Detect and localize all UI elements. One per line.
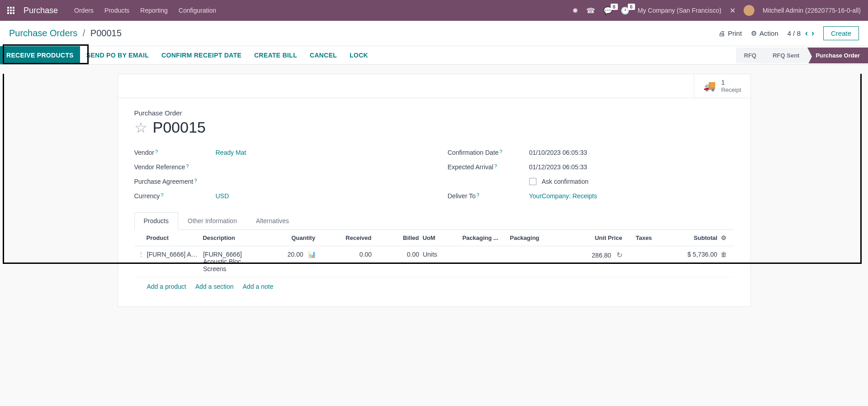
status-pills: RFQ RFQ Sent Purchase Order <box>736 48 868 63</box>
tabs: Products Other Information Alternatives <box>134 212 734 230</box>
add-section-link[interactable]: Add a section <box>195 283 234 290</box>
confirm-date-value: 01/10/2023 06:05:33 <box>529 149 734 156</box>
tab-products[interactable]: Products <box>134 212 178 230</box>
help-icon[interactable]: ? <box>499 149 502 154</box>
vendor-ref-label: Vendor Reference? <box>134 163 216 171</box>
print-icon: 🖨 <box>718 29 725 37</box>
confirm-date-label: Confirmation Date? <box>448 149 529 156</box>
arrival-value[interactable]: 01/12/2023 06:05:33 <box>529 163 734 171</box>
vendor-link[interactable]: Ready Mat <box>216 149 247 156</box>
ask-confirmation-label: Ask confirmation <box>542 178 588 185</box>
user-name[interactable]: Mitchell Admin (22620775-16-0-all) <box>763 7 861 14</box>
cancel-button[interactable]: Cancel <box>304 46 343 64</box>
receipt-button[interactable]: 🚚 1 Receipt <box>694 74 750 98</box>
help-icon[interactable]: ? <box>494 163 497 169</box>
cell-desc[interactable]: [FURN_6666] Acoustic Bloc Screens <box>203 251 264 272</box>
top-navbar: Purchase Orders Products Reporting Confi… <box>0 0 868 21</box>
help-icon[interactable]: ? <box>194 178 197 183</box>
cell-subtotal: $ 5,736.00 <box>665 251 717 258</box>
breadcrumb-sep: / <box>83 28 85 38</box>
breadcrumb-parent[interactable]: Purchase Orders <box>9 28 77 38</box>
help-icon[interactable]: ? <box>155 149 158 154</box>
nav-reporting[interactable]: Reporting <box>140 7 168 14</box>
th-qty: Quantity <box>263 234 315 241</box>
lock-button[interactable]: Lock <box>343 46 375 64</box>
breadcrumb: Purchase Orders / P00015 <box>9 28 122 38</box>
action-bar: Receive Products Send PO by Email Confir… <box>0 46 868 65</box>
favorite-star-icon[interactable]: ☆ <box>134 119 147 136</box>
sheet-top: 🚚 1 Receipt <box>118 74 750 98</box>
ask-confirmation-checkbox[interactable] <box>529 178 536 185</box>
add-note-link[interactable]: Add a note <box>243 283 274 290</box>
gear-icon: ⚙ <box>751 29 757 38</box>
nav-orders[interactable]: Orders <box>74 7 94 14</box>
th-options-icon[interactable]: ⚙ <box>717 234 730 241</box>
confirm-receipt-button[interactable]: Confirm Receipt Date <box>155 46 248 64</box>
navbar-left: Purchase Orders Products Reporting Confi… <box>7 6 216 15</box>
th-desc: Description <box>203 234 263 241</box>
receipt-count: 1 <box>721 79 741 86</box>
create-bill-button[interactable]: Create Bill <box>248 46 304 64</box>
action-button[interactable]: ⚙ Action <box>751 29 778 38</box>
navbar-right: ✹ ☎ 💬8 🕐6 My Company (San Francisco) ✕ M… <box>572 5 861 16</box>
delete-row-icon[interactable]: 🗑 <box>717 251 730 258</box>
status-purchase-order[interactable]: Purchase Order <box>807 48 868 63</box>
tools-icon[interactable]: ✕ <box>730 6 735 15</box>
cell-price[interactable]: 286.80 ↻ <box>566 251 622 259</box>
debug-icon[interactable]: ✹ <box>572 6 578 15</box>
drag-handle-icon[interactable]: ⋮⋮ <box>138 251 147 258</box>
status-rfq[interactable]: RFQ <box>736 48 764 63</box>
table-header: Product Description Quantity Received Bi… <box>134 230 734 246</box>
cell-received[interactable]: 0.00 <box>316 251 372 258</box>
breadcrumb-current: P00015 <box>90 28 122 38</box>
tab-other-info[interactable]: Other Information <box>178 212 247 229</box>
activity-badge: 6 <box>628 4 635 10</box>
table-row[interactable]: ⋮⋮ [FURN_6666] Ac... [FURN_6666] Acousti… <box>134 246 734 277</box>
arrival-label: Expected Arrival? <box>448 163 529 171</box>
form-sheet: 🚚 1 Receipt Purchase Order ☆ P00015 Vend… <box>118 74 751 307</box>
deliver-link[interactable]: YourCompany: Receipts <box>529 192 597 200</box>
tab-alternatives[interactable]: Alternatives <box>247 212 299 229</box>
th-subtotal: Subtotal <box>665 234 717 241</box>
print-button[interactable]: 🖨 Print <box>718 29 742 37</box>
cell-product[interactable]: [FURN_6666] Ac... <box>147 251 203 258</box>
nav-products[interactable]: Products <box>104 7 129 14</box>
help-icon[interactable]: ? <box>186 163 189 169</box>
th-pkgqty: Packaging ... <box>462 234 510 241</box>
sheet-body: Purchase Order ☆ P00015 Vendor? Ready Ma… <box>118 98 750 306</box>
app-brand[interactable]: Purchase <box>24 6 58 15</box>
receive-products-button[interactable]: Receive Products <box>0 46 80 64</box>
add-product-link[interactable]: Add a product <box>147 283 186 290</box>
user-avatar[interactable] <box>744 5 754 16</box>
currency-link[interactable]: USD <box>216 192 229 200</box>
cell-billed[interactable]: 0.00 <box>372 251 419 258</box>
apps-icon[interactable] <box>7 7 14 14</box>
cell-uom[interactable]: Units <box>419 251 463 258</box>
chat-badge: 8 <box>611 4 618 10</box>
content: 🚚 1 Receipt Purchase Order ☆ P00015 Vend… <box>0 74 868 307</box>
help-icon[interactable]: ? <box>161 192 163 198</box>
status-rfq-sent[interactable]: RFQ Sent <box>764 48 807 63</box>
deliver-label: Deliver To? <box>448 192 529 200</box>
create-button[interactable]: Create <box>823 26 859 40</box>
th-tax: Taxes <box>622 234 666 241</box>
forecast-chart-icon[interactable]: 📊 <box>308 251 316 258</box>
pager-next-icon[interactable]: › <box>811 29 814 38</box>
support-icon[interactable]: ☎ <box>586 6 595 15</box>
add-links: Add a product Add a section Add a note <box>134 277 734 296</box>
control-bar: Purchase Orders / P00015 🖨 Print ⚙ Actio… <box>0 21 868 46</box>
help-icon[interactable]: ? <box>477 192 479 198</box>
activity-icon[interactable]: 🕐6 <box>621 6 630 15</box>
action-label: Action <box>759 29 778 37</box>
th-billed: Billed <box>371 234 419 241</box>
po-type-label: Purchase Order <box>134 109 734 117</box>
send-po-button[interactable]: Send PO by Email <box>80 46 155 64</box>
nav-configuration[interactable]: Configuration <box>179 7 216 14</box>
pager-text: 4 / 8 <box>787 29 801 37</box>
pager-prev-icon[interactable]: ‹ <box>805 29 808 38</box>
chat-icon[interactable]: 💬8 <box>603 6 612 15</box>
products-table: Product Description Quantity Received Bi… <box>134 230 734 296</box>
refresh-price-icon[interactable]: ↻ <box>617 251 622 259</box>
company-selector[interactable]: My Company (San Francisco) <box>638 7 721 14</box>
cell-qty[interactable]: 20.00 📊 <box>264 251 316 258</box>
